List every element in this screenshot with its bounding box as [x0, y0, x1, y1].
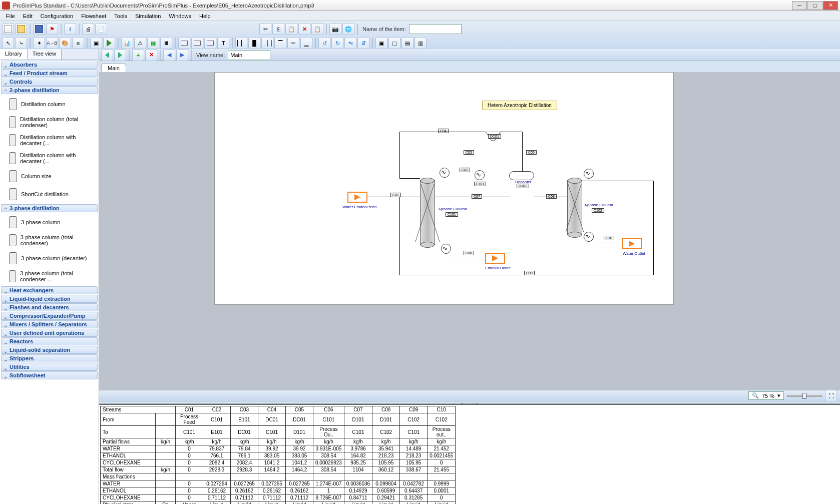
stream-tag-c06[interactable]: C06 [464, 251, 474, 255]
align-top-button[interactable]: ▔ [274, 37, 286, 49]
category-feed-product-stream[interactable]: Feed / Product stream [1, 69, 98, 77]
step-button[interactable]: ▣ [90, 37, 102, 49]
open-button[interactable] [15, 23, 27, 35]
stream-table[interactable]: StreamsC01C02C03C04C05C06C07C08C09C10Fro… [99, 404, 840, 504]
document-tab-main[interactable]: Main [101, 64, 126, 72]
flowsheet-title[interactable]: Hetero Azeotropic Distillation [482, 101, 557, 110]
library-item[interactable]: Column size [0, 167, 99, 185]
print-button[interactable]: 🖨 [82, 23, 94, 35]
table-button[interactable]: ▦ [147, 37, 159, 49]
align-right-button[interactable]: ▕▕ [261, 37, 273, 49]
hx-reboiler-1[interactable] [441, 244, 451, 254]
paste-special-button[interactable]: 📋 [311, 23, 323, 35]
tab-library[interactable]: Library [0, 49, 28, 60]
hx-reboiler-2[interactable] [584, 232, 594, 242]
category-mixers-splitters-separators[interactable]: Mixers / Splitters / Separators [1, 320, 98, 328]
stream-tag-c04[interactable]: C04 [438, 129, 449, 133]
delete-button[interactable]: ✕ [298, 23, 310, 35]
hx-tag[interactable]: E101 [474, 182, 486, 186]
paste-button[interactable]: 📋 [285, 23, 297, 35]
tab-treeview[interactable]: Tree view [28, 49, 62, 60]
menu-edit[interactable]: Edit [19, 12, 37, 20]
item-name-input[interactable] [409, 24, 462, 34]
zoom-fit-button[interactable]: ⛶ [825, 390, 837, 401]
backward-button[interactable]: ▥ [414, 37, 427, 49]
stream-tag-c05[interactable]: C05 [526, 150, 537, 155]
flip-v-button[interactable]: ⇵ [357, 37, 369, 49]
rotate-left-button[interactable]: ↺ [318, 37, 330, 49]
flowsheet-canvas[interactable]: Hetero Azeotropic Distillation Water Eth… [99, 72, 840, 401]
nav-back-button[interactable] [101, 49, 113, 61]
library-item[interactable]: Distillation column (total condenser) [0, 113, 99, 131]
category-heat-exchangers[interactable]: Heat exchangers [1, 286, 98, 294]
new-button[interactable] [2, 23, 14, 35]
menu-help[interactable]: Help [195, 12, 215, 20]
category-strippers[interactable]: Strippers [1, 354, 98, 362]
add-view-button[interactable]: + [132, 49, 144, 61]
category-2-phase-distillation[interactable]: 2-phase distillation [1, 86, 98, 94]
panel3-button[interactable] [204, 37, 216, 49]
globe-button[interactable]: 🌐 [342, 23, 354, 35]
library-item[interactable]: ShortCut distillation [0, 185, 99, 203]
library-item[interactable]: 3-phase column (total condenser ... [0, 267, 99, 285]
stream-tag-c02[interactable]: C02 [460, 168, 470, 172]
color-tool[interactable]: 🎨 [59, 37, 71, 49]
menu-windows[interactable]: Windows [165, 12, 195, 20]
prev-view-button[interactable]: ◀ [163, 49, 175, 61]
bring-front-button[interactable]: ▣ [375, 37, 387, 49]
column-1[interactable] [420, 180, 435, 245]
library-item[interactable]: 3-phase column (total condenser) [0, 231, 99, 249]
menu-flowsheet[interactable]: Flowsheet [77, 12, 110, 20]
nav-fwd-button[interactable] [114, 49, 126, 61]
decanter-block[interactable] [509, 171, 534, 180]
pointer-tool[interactable]: ↖ [2, 37, 14, 49]
dc01-tag[interactable]: DC01 [488, 134, 501, 139]
send-back-button[interactable]: ▢ [388, 37, 400, 49]
category-flashes-and-decanters[interactable]: Flashes and decanters [1, 303, 98, 311]
panel1-button[interactable] [178, 37, 190, 49]
view-name-input[interactable] [228, 50, 270, 60]
hx-1[interactable] [440, 168, 450, 178]
align-center-button[interactable]: ▐▌ [248, 37, 260, 49]
layers-tool[interactable]: ≡ [72, 37, 84, 49]
flip-h-button[interactable]: ⇋ [344, 37, 356, 49]
edit-text-tool[interactable]: A→B [46, 37, 58, 49]
forward-button[interactable]: ▤ [401, 37, 413, 49]
stream-tag-c03[interactable]: C03 [464, 150, 474, 155]
text-tool[interactable]: T [217, 37, 229, 49]
zoom-slider[interactable] [787, 395, 822, 397]
category-3-phase-distillation[interactable]: 3-phase distillation [1, 204, 98, 212]
minimize-button[interactable]: ─ [792, 1, 807, 10]
zoom-value-dropdown[interactable]: 🔍 75 % ▾ [748, 391, 784, 400]
hx-cond-2[interactable] [584, 169, 594, 179]
column-2[interactable] [567, 180, 582, 235]
copy-button[interactable]: ⎘ [272, 23, 284, 35]
decanter-tag[interactable]: D101 [517, 184, 529, 188]
ethanol-outlet-block[interactable] [485, 253, 505, 264]
align-bottom-button[interactable]: ▁ [300, 37, 312, 49]
column-1-tag[interactable]: C101 [446, 212, 458, 217]
category-user-defined-unit-operations[interactable]: User defined unit operations [1, 329, 98, 337]
stream-tag-c10[interactable]: C10 [604, 236, 614, 240]
align-middle-button[interactable]: ═ [287, 37, 299, 49]
maximize-button[interactable]: □ [807, 1, 822, 10]
category-controls[interactable]: Controls [1, 78, 98, 86]
library-item[interactable]: Distillation column [0, 95, 99, 113]
category-utilities[interactable]: Utilities [1, 363, 98, 371]
rotate-right-button[interactable]: ↻ [331, 37, 343, 49]
menu-configuration[interactable]: Configuration [37, 12, 77, 20]
next-view-button[interactable]: ▶ [176, 49, 188, 61]
info-stream-tool[interactable]: ✦ [33, 37, 45, 49]
category-reactors[interactable]: Reactors [1, 337, 98, 345]
calc-button[interactable]: 🖩 [160, 37, 172, 49]
del-view-button[interactable]: ✕ [145, 49, 157, 61]
column-2-tag[interactable]: C102 [592, 208, 604, 213]
category-compressor-expander-pump[interactable]: Compressor/Expander/Pump [1, 312, 98, 320]
cut-button[interactable]: ✂ [259, 23, 271, 35]
warn-button[interactable]: ⚠ [134, 37, 146, 49]
library-item[interactable]: 3-phase column (decanter) [0, 249, 99, 267]
feed-block[interactable] [347, 192, 367, 203]
menu-file[interactable]: File [2, 12, 19, 20]
save-button[interactable] [33, 23, 45, 35]
results-button[interactable]: 📊 [121, 37, 133, 49]
